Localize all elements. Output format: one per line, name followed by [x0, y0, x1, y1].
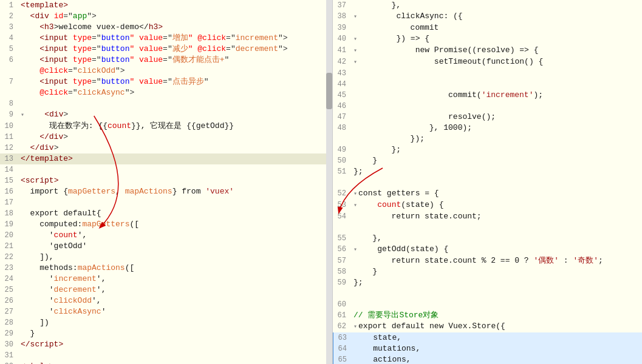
code-line: 18 export default{ [0, 208, 332, 219]
line-number: 1 [0, 0, 18, 11]
line-content [351, 101, 642, 112]
code-line: 40▾ }) => { [333, 33, 642, 45]
code-line: 14 [0, 164, 332, 175]
line-number: 41 [333, 45, 351, 56]
right-code-lines: 37 },38▾ clickAsync: ({39 commit40▾ }) =… [333, 0, 642, 364]
left-scrollbar[interactable] [326, 0, 332, 364]
fold-icon[interactable]: ▾ [21, 112, 24, 118]
line-content: }, [351, 233, 642, 244]
fold-icon[interactable]: ▾ [353, 13, 357, 20]
line-number: 63 [333, 332, 352, 343]
line-content: } [351, 266, 642, 277]
fold-icon[interactable]: ▾ [353, 47, 357, 54]
code-line: 19 computed:mapGetters([ [0, 219, 332, 230]
code-line: 46 [333, 101, 642, 112]
line-number: 57 [333, 255, 351, 266]
line-content [351, 177, 642, 188]
line-number: 50 [333, 155, 351, 166]
line-number: 15 [0, 175, 18, 186]
code-line: 28 ]) [0, 317, 332, 328]
code-line: 31 [0, 350, 332, 361]
line-content: 'clickAsync' [18, 306, 332, 317]
line-content: resolve(); [351, 112, 642, 123]
line-content: <input type="button" value="减少" @click="… [18, 44, 332, 55]
code-line: 50 } [333, 155, 642, 166]
line-content: 'decrement', [18, 285, 332, 295]
code-line: 59}; [333, 277, 642, 288]
code-line: 55 }, [333, 233, 642, 244]
line-content: }; [351, 277, 642, 288]
line-number: 58 [333, 266, 351, 277]
code-line: 45 commit('increment'); [333, 90, 642, 101]
line-number: 18 [0, 208, 18, 219]
line-number: 9 [0, 109, 18, 120]
line-content: state, [352, 332, 642, 343]
line-number: 28 [0, 317, 18, 328]
line-content: <input type="button" value="增加" @click="… [18, 33, 332, 44]
line-content [351, 222, 642, 233]
left-scrollbar-thumb[interactable] [326, 73, 332, 109]
code-line: 38▾ clickAsync: ({ [333, 11, 642, 22]
line-number: 52 [333, 188, 351, 199]
line-content: </template> [18, 153, 332, 164]
line-content: methods:mapActions([ [18, 263, 332, 274]
code-line: 21 'getOdd' [0, 241, 332, 252]
code-line: 8 [0, 98, 332, 109]
line-number: 65 [333, 354, 352, 364]
line-content [18, 197, 332, 208]
code-line: 48 }, 1000); [333, 123, 642, 133]
line-number: 64 [333, 343, 352, 354]
left-editor-pane: 1<template>2 <div id="app">3 <h3>welcome… [0, 0, 333, 364]
line-content [18, 98, 332, 109]
line-content: commit('increment'); [351, 90, 642, 101]
line-content: ▾ }) => { [351, 33, 642, 45]
code-line: 3 <h3>welcome vuex-demo</h3> [0, 22, 332, 33]
code-line: 7 <input type="button" value="点击异步" [0, 76, 332, 87]
line-content: mutations, [352, 343, 642, 354]
line-content: }, 1000); [351, 123, 642, 133]
line-content: @click="clickOdd"> [18, 66, 332, 76]
code-line: 20 'count', [0, 230, 332, 241]
line-number: 49 [333, 144, 351, 155]
fold-icon[interactable]: ▾ [353, 36, 357, 42]
line-content: return state.count; [351, 211, 642, 222]
line-content: } [18, 328, 332, 339]
line-content: ▾ new Promise((resolve) => { [351, 45, 642, 56]
left-code-lines: 1<template>2 <div id="app">3 <h3>welcome… [0, 0, 332, 364]
fold-icon[interactable]: ▾ [353, 59, 357, 66]
line-content [18, 164, 332, 175]
line-number: 16 [0, 186, 18, 197]
fold-icon[interactable]: ▾ [353, 323, 357, 330]
code-line: 64 mutations, [333, 343, 642, 354]
line-number: 2 [0, 11, 18, 22]
line-content [351, 299, 642, 310]
line-number: 60 [333, 299, 351, 310]
fold-icon[interactable]: ▾ [353, 246, 357, 253]
line-number: 59 [333, 277, 351, 288]
code-line: 47 resolve(); [333, 112, 642, 123]
line-content: computed:mapGetters([ [18, 219, 332, 230]
line-number: 45 [333, 90, 351, 101]
line-number: 39 [333, 22, 351, 33]
fold-icon[interactable]: ▾ [353, 202, 357, 209]
line-number: 51 [333, 166, 351, 177]
line-content: <script> [18, 175, 332, 186]
code-line: 2 <div id="app"> [0, 11, 332, 22]
code-line: 17 [0, 197, 332, 208]
code-line: 1<template> [0, 0, 332, 11]
line-number: 48 [333, 123, 351, 133]
line-number: 24 [0, 274, 18, 285]
code-line [333, 177, 642, 188]
line-content: ]), [18, 252, 332, 263]
line-number: 27 [0, 306, 18, 317]
line-number: 21 [0, 241, 18, 252]
line-number: 32 [0, 361, 18, 364]
line-content: actions, [352, 354, 642, 364]
line-number: 20 [0, 230, 18, 241]
fold-icon[interactable]: ▾ [353, 190, 357, 197]
line-content: }); [351, 133, 642, 144]
code-line: 16 import {mapGetters, mapActions} from … [0, 186, 332, 197]
code-line: 52▾const getters = { [333, 188, 642, 200]
code-line: 57 return state.count % 2 == 0 ? '偶数' : … [333, 255, 642, 266]
code-line: 43 [333, 68, 642, 79]
